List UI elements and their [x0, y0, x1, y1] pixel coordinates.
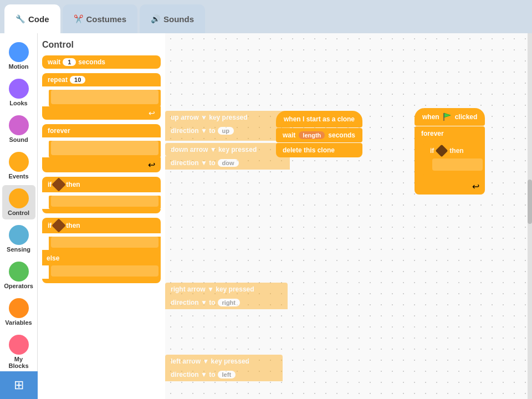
- sidebar-item-motion[interactable]: Motion: [2, 39, 35, 73]
- if-ws-block[interactable]: if then: [423, 143, 485, 158]
- forever-arrow: ↩: [148, 160, 155, 170]
- control-label: Control: [8, 209, 29, 216]
- myblocks-dot: [9, 335, 29, 355]
- if-ws-foot: [423, 172, 485, 176]
- workspace-scrollbar-track[interactable]: [528, 33, 532, 399]
- if-else-then-label: then: [66, 222, 80, 229]
- overlay-dir2-value: dow: [218, 159, 239, 167]
- events-dot: [9, 152, 29, 172]
- sidebar-item-myblocks[interactable]: My Blocks: [2, 331, 35, 372]
- clone-stack[interactable]: when I start as a clone wait length seco…: [276, 111, 362, 157]
- repeat-cap: ↩: [42, 106, 161, 120]
- if-ws-diamond: [436, 145, 448, 157]
- forever-outer: forever if then: [415, 126, 485, 195]
- looks-label: Looks: [9, 100, 27, 106]
- overlay-dir3: direction ▼ to: [171, 299, 216, 306]
- repeat-block[interactable]: repeat 10: [42, 73, 161, 86]
- overlay-dir4: direction ▼ to: [171, 371, 216, 378]
- sidebar-item-looks[interactable]: Looks: [2, 75, 35, 110]
- overlay-blocks: up arrow ▼ key pressed direction ▼ to up…: [165, 111, 290, 170]
- overlay-blocks-right: right arrow ▼ key pressed direction ▼ to…: [165, 283, 288, 309]
- forever-block-container: forever ↩: [42, 124, 161, 172]
- top-tabs-bar: 🔧 Code ✂️ Costumes 🔊 Sounds: [0, 0, 532, 33]
- overlay-dir2: direction ▼ to: [171, 159, 216, 167]
- clone-wait-label: wait: [283, 131, 295, 139]
- when-i-start-label: when I start as a clone: [284, 115, 355, 123]
- if-else-block[interactable]: if then: [42, 218, 161, 233]
- add-extension-button[interactable]: ⊞: [0, 371, 38, 399]
- motion-label: Motion: [8, 63, 28, 70]
- overlay-up-arrow: up arrow ▼ key pressed: [171, 114, 248, 121]
- if-ws-label: if: [430, 147, 434, 155]
- myblocks-label: My Blocks: [4, 356, 33, 369]
- when-label: when: [422, 113, 439, 121]
- sidebar-item-sensing[interactable]: Sensing: [2, 222, 35, 256]
- sensing-dot: [9, 225, 29, 245]
- sidebar: Motion Looks Sound Events Control Sensin…: [0, 33, 38, 399]
- forever-body: if then: [415, 141, 485, 178]
- tab-sounds-label: Sounds: [163, 14, 194, 24]
- if-label: if: [48, 181, 52, 188]
- panel-title: Control: [42, 40, 161, 50]
- operators-label: Operators: [4, 283, 33, 289]
- repeat-arrow: ↩: [149, 109, 155, 117]
- delete-clone-label: delete this clone: [283, 146, 335, 154]
- forever-cap-ws: ↩: [415, 178, 485, 195]
- clone-length-input[interactable]: length: [299, 131, 325, 139]
- sound-label: Sound: [9, 136, 28, 143]
- svg-marker-0: [444, 113, 451, 117]
- clone-seconds-label: seconds: [328, 131, 355, 139]
- then-label: then: [66, 181, 80, 188]
- overlay-left-arrow: left arrow ▼ key pressed: [171, 357, 249, 365]
- clicked-label: clicked: [455, 113, 478, 121]
- tab-code[interactable]: 🔧 Code: [4, 4, 60, 33]
- overlay-dir4-value: left: [218, 371, 236, 378]
- control-dot: [9, 188, 29, 208]
- workspace-scrollbar-thumb[interactable]: [528, 180, 532, 224]
- sidebar-item-control[interactable]: Control: [2, 185, 35, 219]
- flag-stack[interactable]: when clicked forever: [415, 108, 485, 195]
- motion-dot: [9, 42, 29, 62]
- sidebar-item-sound[interactable]: Sound: [2, 112, 35, 146]
- wait-suffix: seconds: [78, 58, 105, 66]
- sound-dot: [9, 115, 29, 135]
- main-layout: Motion Looks Sound Events Control Sensin…: [0, 33, 532, 399]
- repeat-value[interactable]: 10: [70, 76, 85, 84]
- forever-block[interactable]: forever: [42, 124, 161, 137]
- events-label: Events: [8, 173, 28, 180]
- sounds-tab-icon: 🔊: [151, 14, 160, 23]
- sidebar-item-operators[interactable]: Operators: [2, 258, 35, 293]
- flag-stack-blocks: when clicked forever: [415, 108, 485, 195]
- workspace: up arrow ▼ key pressed direction ▼ to up…: [165, 33, 532, 399]
- sensing-label: Sensing: [7, 246, 30, 253]
- if-else-label: if: [48, 222, 52, 229]
- tab-costumes[interactable]: ✂️ Costumes: [63, 4, 138, 33]
- overlay-dir3-value: right: [218, 299, 240, 306]
- forever-ws-label: forever: [421, 130, 444, 137]
- repeat-label: repeat: [48, 76, 68, 84]
- if-else-block-container: if then else: [42, 218, 161, 283]
- delete-clone-block[interactable]: delete this clone: [276, 143, 362, 157]
- green-flag-icon: [443, 112, 452, 121]
- if-block-container: if then: [42, 177, 161, 213]
- tab-sounds[interactable]: 🔊 Sounds: [140, 4, 205, 33]
- sidebar-item-variables[interactable]: Variables: [2, 295, 35, 329]
- forever-label: forever: [48, 127, 70, 135]
- forever-cap-arrow: ↩: [472, 181, 479, 192]
- wait-block[interactable]: wait 1 seconds: [42, 55, 161, 69]
- clone-hat-block[interactable]: when I start as a clone: [276, 111, 362, 127]
- wait-value[interactable]: 1: [63, 58, 76, 66]
- looks-dot: [9, 79, 29, 99]
- costumes-tab-icon: ✂️: [74, 14, 83, 23]
- forever-hat-ws[interactable]: forever: [415, 126, 485, 141]
- variables-label: Variables: [5, 319, 32, 326]
- clone-wait-block[interactable]: wait length seconds: [276, 128, 362, 142]
- if-block[interactable]: if then: [42, 177, 161, 192]
- code-tab-icon: 🔧: [16, 14, 25, 23]
- then-ws-label: then: [449, 147, 463, 155]
- sidebar-item-events[interactable]: Events: [2, 149, 35, 183]
- overlay-dir-value: up: [218, 127, 234, 135]
- repeat-block-container: repeat 10 ↩: [42, 73, 161, 120]
- flag-hat-block[interactable]: when clicked: [415, 108, 485, 126]
- clone-stack-blocks: when I start as a clone wait length seco…: [276, 111, 362, 157]
